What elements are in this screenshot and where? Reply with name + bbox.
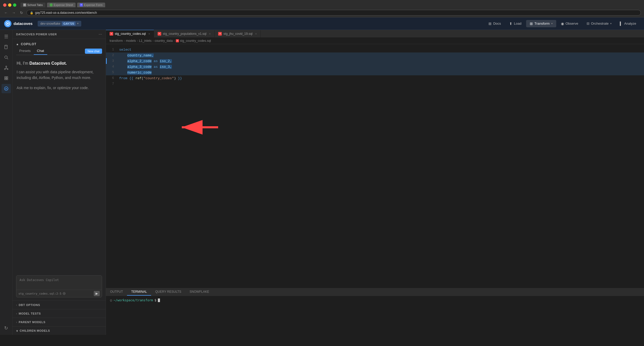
tab-stg-populations[interactable]: ✕ stg_country_populations_v1.sql ×	[154, 30, 215, 37]
traffic-yellow[interactable]	[8, 3, 11, 7]
address-bar[interactable]: 🔒 gay725.east-us-a.datacoves.com/workben…	[26, 10, 641, 16]
browser-tab-school[interactable]: D School Tabs	[21, 3, 45, 7]
traffic-red[interactable]	[3, 3, 6, 7]
copilot-sidebar: DATACOVES POWER USER ··· COPILOT Presets…	[12, 30, 106, 335]
nav-orchestrate[interactable]: ⊟ Orchestrate ▾	[583, 20, 615, 27]
traffic-green[interactable]	[13, 3, 16, 7]
tab-close-3[interactable]: ×	[255, 32, 257, 35]
forward-button[interactable]: →	[11, 10, 17, 16]
line-content-5: numeric_code	[118, 71, 152, 75]
breadcrumb-country-data[interactable]: country_data	[155, 39, 172, 43]
tab-presets[interactable]: Presets	[16, 47, 34, 55]
analyze-icon: ▍	[620, 22, 623, 26]
svg-line-4	[7, 58, 8, 59]
send-button[interactable]: ▶	[94, 291, 100, 296]
new-chat-button[interactable]: New chat	[85, 49, 102, 54]
breadcrumb-models[interactable]: models	[126, 39, 136, 43]
nav-load[interactable]: ⬆ Load	[506, 20, 525, 27]
svg-point-10	[6, 88, 7, 89]
nav-transform[interactable]: ⊞ Transform ▾	[526, 20, 556, 27]
section-dbt-options-header[interactable]: › DBT OPTIONS	[12, 301, 106, 309]
tab-terminal[interactable]: TERMINAL	[127, 288, 151, 296]
section-dbt-options: › DBT OPTIONS	[12, 301, 106, 309]
line-num-6: 6	[107, 76, 118, 80]
breadcrumb-transform[interactable]: transform	[110, 39, 123, 43]
chat-input[interactable]	[16, 276, 102, 289]
chevron-right-icon-3: ›	[16, 321, 17, 324]
chat-input-footer: stg_country_codes.sql:2-5 ▶	[16, 290, 102, 297]
nav-analyze[interactable]: ▍ Analyze	[616, 20, 640, 27]
refresh-button[interactable]: ↻	[19, 10, 24, 16]
files-button[interactable]	[2, 42, 11, 52]
breadcrumb-sep-1: ›	[124, 39, 125, 43]
browser-tab-form[interactable]: ≡ Expense Form	[77, 3, 105, 7]
workspace-badge[interactable]: dev-snowflake GAY725 ▾	[38, 21, 81, 26]
breadcrumb-bar: transform › models › L1_inlets › country…	[106, 38, 644, 44]
tab-close-2[interactable]: ×	[209, 32, 211, 35]
icon-sidebar: ☰ ↻	[0, 30, 12, 335]
svg-point-9	[5, 88, 6, 89]
line-num-1: 1	[107, 48, 118, 51]
terminal-cursor	[158, 298, 160, 302]
section-children-models: ∨ CHILDREN MODELS	[12, 326, 106, 335]
assist-text: I can assist you with data pipeline deve…	[17, 69, 102, 81]
extensions-button[interactable]	[2, 74, 11, 83]
tab-snowflake[interactable]: SNOWFLAKE	[185, 288, 213, 296]
search-button[interactable]	[2, 53, 11, 62]
copilot-body: Hi, I'm Datacoves Copilot. I can assist …	[12, 55, 106, 272]
refresh-button[interactable]: ↻	[2, 323, 11, 333]
tab-stg-country-codes[interactable]: ✕ stg_country_codes.sql ×	[106, 30, 154, 37]
section-parent-header[interactable]: › PARENT MODELS	[12, 318, 106, 326]
svg-rect-1	[5, 45, 7, 49]
line-num-2: 2	[107, 54, 118, 57]
top-nav: datacoves dev-snowflake GAY725 ▾ ⊞ Docs …	[0, 17, 644, 30]
tab-chat[interactable]: Chat	[34, 47, 47, 55]
svg-point-3	[5, 56, 7, 58]
line-num-5: 5	[107, 71, 118, 74]
chat-context: stg_country_codes.sql:2-5	[18, 292, 66, 295]
breadcrumb-sep-2: ›	[137, 39, 138, 43]
git-button[interactable]	[2, 63, 11, 72]
nav-observe[interactable]: ◉ Observe	[557, 20, 582, 27]
workspace-name: dev-snowflake	[40, 22, 60, 25]
code-editor[interactable]: 1 select 2 country_name, 3 alpha_2_code …	[106, 44, 644, 288]
tab-query-results[interactable]: QUERY RESULTS	[151, 288, 185, 296]
section-children-header[interactable]: ∨ CHILDREN MODELS	[12, 327, 106, 335]
sidebar-menu-button[interactable]: ···	[99, 32, 102, 37]
back-button[interactable]: ←	[3, 10, 9, 16]
line-num-4: 4	[107, 65, 118, 69]
section-model-tests-header[interactable]: › MODEL TESTS	[12, 309, 106, 318]
lock-icon: 🔒	[30, 11, 33, 15]
copilot-button[interactable]	[2, 84, 11, 93]
tab-file-icon-2: ✕	[158, 32, 161, 36]
bottom-tabs: OUTPUT TERMINAL QUERY RESULTS SNOWFLAKE	[106, 288, 644, 296]
breadcrumb-l1inlets[interactable]: L1_inlets	[139, 39, 151, 43]
code-line-5: 5 numeric_code	[106, 70, 644, 75]
tab-label-1: stg_country_codes.sql	[115, 32, 146, 36]
env-badge: GAY725	[62, 22, 76, 26]
copilot-label-area: COPILOT	[12, 39, 106, 46]
chevron-down-icon: ∨	[16, 329, 18, 332]
line-num-3: 3	[107, 59, 118, 63]
section-children-label: CHILDREN MODELS	[20, 329, 50, 332]
svg-point-5	[6, 66, 7, 67]
chevron-right-icon-2: ›	[16, 312, 17, 315]
browser-tab-label: School Tabs	[27, 3, 43, 6]
chevron-right-icon: ›	[16, 304, 17, 307]
nav-docs[interactable]: ⊞ Docs	[485, 20, 505, 27]
code-line-6: 6 from {{ ref("country_codes") }}	[106, 75, 644, 81]
hamburger-button[interactable]: ☰	[2, 32, 11, 41]
line-content-6: from {{ ref("country_codes") }}	[118, 76, 182, 80]
tab-close-1[interactable]: ×	[148, 32, 150, 35]
section-parent-label: PARENT MODELS	[19, 321, 45, 324]
svg-point-7	[7, 69, 8, 70]
tab-output[interactable]: OUTPUT	[106, 288, 127, 296]
terminal-circle: ○	[110, 298, 112, 302]
logo-icon	[4, 20, 11, 27]
browser-tab-other[interactable]: Expense Sheet	[47, 3, 76, 7]
code-line-4: 4 alpha_3_code as iso_3,	[106, 64, 644, 70]
tab-stg-covid[interactable]: ✕ stg_jhu_covid_19.sql ×	[214, 30, 261, 37]
transform-chevron-icon: ▾	[551, 22, 553, 25]
ask-text: Ask me to explain, fix, or optimize your…	[17, 85, 102, 91]
bottom-panel: OUTPUT TERMINAL QUERY RESULTS SNOWFLAKE …	[106, 288, 644, 335]
